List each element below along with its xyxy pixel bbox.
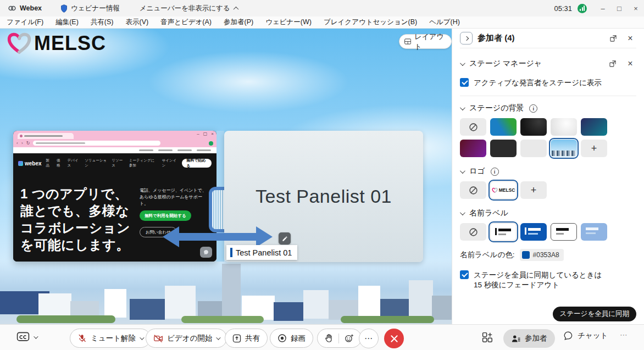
add-logo-button[interactable]: + <box>520 181 547 199</box>
layout-button[interactable]: レイアウト <box>399 34 452 49</box>
name-label-style[interactable] <box>551 223 577 241</box>
menu-audio-video[interactable]: 音声とビデオ(A) <box>160 18 212 27</box>
leave-meeting-button[interactable] <box>384 329 404 348</box>
active-speaker-checkbox[interactable] <box>460 78 469 87</box>
background-swatch[interactable] <box>460 140 486 157</box>
chevron-down-icon <box>216 335 220 340</box>
chevron-down-icon[interactable] <box>460 210 465 215</box>
unmute-button[interactable]: ミュート解除 <box>70 329 151 348</box>
hide-menubar-button[interactable]: メニューバーを非表示にする <box>140 4 238 13</box>
chevron-right-icon <box>464 36 468 40</box>
close-panel-button[interactable]: × <box>624 32 636 45</box>
background-swatch[interactable] <box>551 118 577 136</box>
logo-section-header: ロゴ i <box>460 166 636 176</box>
logo-swatch-selected[interactable]: MELSC <box>490 181 517 199</box>
reactions-smiley-icon[interactable] <box>345 334 354 343</box>
browser-bookmarks-strip <box>13 147 216 153</box>
name-label-style[interactable] <box>581 223 607 241</box>
prohibited-icon <box>469 227 478 237</box>
name-label-color-picker[interactable]: #0353A8 <box>520 249 564 261</box>
menu-help[interactable]: ヘルプ(H) <box>429 18 460 27</box>
info-icon[interactable]: i <box>491 168 499 176</box>
prohibited-icon <box>469 186 478 195</box>
background-none-swatch[interactable] <box>460 118 486 136</box>
edit-name-label-button[interactable] <box>279 232 291 245</box>
logo-none-swatch[interactable] <box>460 181 486 199</box>
popout-stage-manager-button[interactable] <box>607 58 619 70</box>
info-icon[interactable]: i <box>529 104 537 113</box>
menu-breakout[interactable]: ブレイクアウトセッション(B) <box>324 18 417 27</box>
menu-webinar[interactable]: ウェビナー(W) <box>265 18 312 27</box>
background-swatch[interactable] <box>581 118 607 136</box>
close-x-icon <box>390 335 398 343</box>
webex-site-nav-links: 製品 価格 デバイス ソリューション リソース <box>46 158 125 168</box>
chevron-down-icon[interactable] <box>460 60 465 66</box>
stage-logo: MELSC <box>7 32 106 55</box>
popout-panel-button[interactable] <box>607 32 619 45</box>
logo-swatches: MELSC + <box>460 181 609 199</box>
collapse-panel-button[interactable] <box>460 32 473 45</box>
apps-button[interactable] <box>481 331 493 343</box>
name-label-accent-bar <box>230 248 232 257</box>
webex-site-primary-button: 無料で利用を開始する <box>140 210 191 221</box>
background-swatch[interactable] <box>520 140 547 157</box>
background-swatch-selected[interactable] <box>551 140 577 157</box>
control-bar: ミュート解除 ビデオの開始 共有 録画 <box>0 324 644 350</box>
active-speaker-checkbox-row: アクティブな発言者をステージに表示 <box>460 78 636 88</box>
menu-share[interactable]: 共有(S) <box>91 18 114 27</box>
webex-site-nav: webex 製品 価格 デバイス ソリューション リソース ミーティングに参加 … <box>13 157 216 170</box>
chat-icon <box>564 331 574 341</box>
webex-site-headline: 1 つのアプリで、 誰とでも、多様な コラボレーション を可能にします。 <box>20 185 137 253</box>
webex-logo: Webex <box>8 4 42 13</box>
sync-stage-button[interactable]: ステージを全員に同期 <box>553 307 636 321</box>
sync-fadeout-checkbox-row: ステージを全員に同期しているときは 15 秒後にフェードアウト <box>460 270 636 290</box>
reactions-pill <box>317 329 362 348</box>
webex-site-logo: webex <box>18 160 42 166</box>
title-bar: Webex ウェビナー情報 メニューバーを非表示にする 05:31 – □ × <box>0 0 644 16</box>
close-button[interactable]: × <box>628 0 644 16</box>
background-swatch[interactable] <box>490 118 517 136</box>
webex-site-subtext: 電話、メッセージ、イベントで、あらゆる規模のチームをサポート。 <box>140 187 207 207</box>
menu-edit[interactable]: 編集(E) <box>55 18 79 27</box>
menu-file[interactable]: ファイル(F) <box>7 18 43 27</box>
close-stage-manager-button[interactable]: × <box>624 58 636 70</box>
background-swatch[interactable] <box>490 140 517 157</box>
name-label-section-header: 名前ラベル <box>460 208 636 218</box>
record-button[interactable]: 録画 <box>270 329 313 348</box>
pencil-icon <box>282 236 288 242</box>
participants-toggle-button[interactable]: 参加者 <box>503 329 555 348</box>
name-label-none-swatch[interactable] <box>460 223 486 241</box>
menu-view[interactable]: 表示(V) <box>125 18 148 27</box>
app-title: Webex <box>20 4 42 12</box>
webinar-info-button[interactable]: ウェビナー情報 <box>60 4 120 13</box>
name-label-color-row: 名前ラベルの色: #0353A8 <box>460 249 636 261</box>
name-label-style[interactable] <box>520 223 547 241</box>
chat-button[interactable]: チャット <box>564 331 608 341</box>
background-swatches: + <box>460 118 609 157</box>
camera-off-icon <box>153 334 163 343</box>
layout-grid-icon <box>404 38 411 45</box>
chevron-down-icon[interactable] <box>460 168 465 174</box>
maximize-button[interactable]: □ <box>611 0 628 16</box>
browser-tab-bar: –▢× <box>13 131 216 139</box>
closed-captions-icon <box>16 332 30 342</box>
sync-fadeout-checkbox[interactable] <box>460 270 469 279</box>
meeting-timer: 05:31 <box>554 4 572 13</box>
start-video-button[interactable]: ビデオの開始 <box>146 329 227 348</box>
more-options-button[interactable]: ⋯ <box>359 329 379 348</box>
background-swatch[interactable] <box>520 118 547 136</box>
add-background-button[interactable]: + <box>581 140 607 157</box>
raise-hand-icon[interactable] <box>325 334 333 343</box>
menu-participants[interactable]: 参加者(P) <box>224 18 253 27</box>
panel-options-button[interactable]: ⋯ <box>620 330 628 339</box>
color-swatch <box>522 251 530 259</box>
minimize-button[interactable]: – <box>595 0 611 16</box>
menu-bar: ファイル(F) 編集(E) 共有(S) 表示(V) 音声とビデオ(A) 参加者(… <box>0 16 644 29</box>
chevron-down-icon[interactable] <box>460 105 465 110</box>
captions-button[interactable] <box>16 332 37 342</box>
webex-logo-icon <box>8 4 16 13</box>
background-section-header: ステージの背景 i <box>460 103 636 113</box>
name-label-style-selected[interactable] <box>490 223 517 241</box>
share-button[interactable]: 共有 <box>225 329 268 348</box>
chevron-down-icon <box>34 334 38 338</box>
